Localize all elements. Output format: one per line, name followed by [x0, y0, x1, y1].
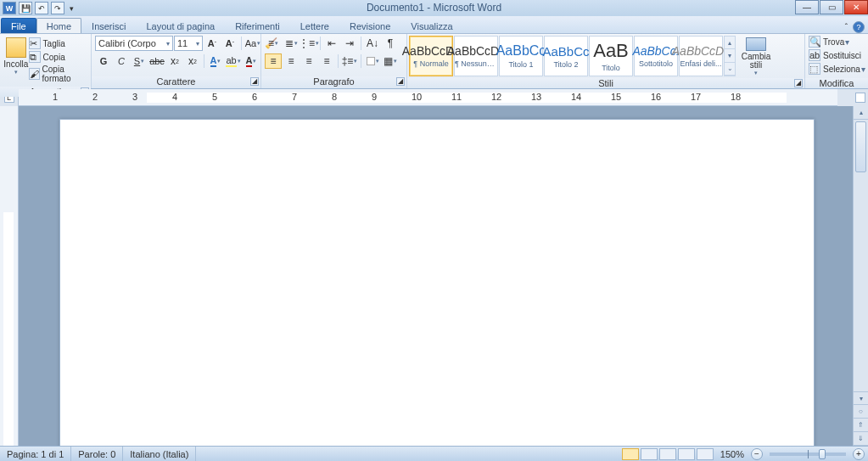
zoom-slider-handle[interactable]: [819, 449, 826, 459]
style-titolo1[interactable]: AaBbCcTitolo 1: [499, 36, 543, 76]
highlight-button[interactable]: ab▾: [225, 53, 242, 69]
window-controls: — ▭ ✕: [794, 0, 868, 16]
status-page[interactable]: Pagina: 1 di 1: [0, 447, 71, 461]
quick-access-toolbar: W 💾 ↶ ↷ ▾: [0, 0, 78, 16]
underline-button[interactable]: S▾: [131, 53, 148, 69]
browse-object-icon[interactable]: ○: [854, 405, 868, 419]
style-titolo[interactable]: AaBTitolo: [589, 36, 633, 76]
borders-button[interactable]: ▦▾: [382, 53, 399, 69]
style-titolo2[interactable]: AaBbCcTitolo 2: [544, 36, 588, 76]
subscript-button[interactable]: x2: [166, 53, 183, 69]
undo-icon[interactable]: ↶: [35, 2, 48, 14]
scroll-thumb[interactable]: [855, 121, 866, 172]
horizontal-ruler[interactable]: 123456789101112131415161718: [19, 89, 837, 106]
group-label-paragraph: Paragrafo◢: [261, 76, 406, 88]
strikethrough-button[interactable]: abc: [148, 53, 165, 69]
view-draft-button[interactable]: [697, 448, 714, 460]
change-styles-button[interactable]: Cambia stili ▾: [739, 36, 773, 76]
paragraph-dialog-launcher[interactable]: ◢: [396, 77, 405, 86]
bold-button[interactable]: G: [95, 53, 112, 69]
tab-file[interactable]: File: [1, 18, 36, 33]
redo-icon[interactable]: ↷: [51, 2, 64, 14]
zoom-out-button[interactable]: −: [751, 448, 763, 460]
group-styles: AaBbCcDc¶ Normale AaBbCcDc¶ Nessuna... A…: [407, 34, 805, 88]
styles-gallery-scroll[interactable]: ▴▾⌄: [724, 36, 736, 76]
zoom-level[interactable]: 150%: [720, 449, 744, 459]
scroll-up-icon[interactable]: ▴: [854, 106, 868, 120]
minimize-ribbon-icon[interactable]: ˆ: [845, 23, 848, 32]
zoom-in-button[interactable]: +: [853, 448, 865, 460]
tab-inserisci[interactable]: Inserisci: [81, 18, 136, 33]
increase-indent-button[interactable]: ⇥: [341, 36, 358, 51]
minimize-button[interactable]: —: [795, 0, 819, 14]
italic-button[interactable]: C: [113, 53, 130, 69]
word-app-icon[interactable]: W: [3, 2, 16, 14]
style-enfasi[interactable]: AaBbCcDcEnfasi deli...: [679, 36, 723, 76]
shrink-font-button[interactable]: Aˇ: [221, 36, 238, 51]
status-words[interactable]: Parole: 0: [71, 447, 123, 461]
paste-icon: [6, 37, 26, 58]
tab-lettere[interactable]: Lettere: [290, 18, 339, 33]
next-page-icon[interactable]: ⇓: [854, 432, 868, 446]
change-case-button[interactable]: Aa▾: [244, 36, 261, 51]
prev-page-icon[interactable]: ⇑: [854, 419, 868, 432]
paste-button[interactable]: Incolla ▾: [3, 36, 29, 76]
select-label: Seleziona: [823, 65, 860, 74]
help-icon[interactable]: ?: [853, 21, 865, 33]
view-full-screen-button[interactable]: [641, 448, 658, 460]
grow-font-button[interactable]: Aˆ: [204, 36, 221, 51]
font-family-combo[interactable]: Calibri (Corpo▾: [95, 36, 173, 51]
font-size-value: 11: [177, 38, 188, 48]
select-button[interactable]: ⬚Seleziona▾: [809, 63, 865, 75]
align-center-button[interactable]: ≡: [283, 53, 300, 69]
save-icon[interactable]: 💾: [19, 2, 32, 14]
document-viewport[interactable]: ▴ ▾ ○ ⇑ ⇓: [19, 106, 868, 446]
qat-customize-icon[interactable]: ▾: [67, 2, 76, 14]
scroll-down-icon[interactable]: ▾: [854, 391, 868, 405]
copy-button[interactable]: ⧉Copia: [29, 51, 87, 63]
line-spacing-button[interactable]: ‡≡▾: [341, 53, 358, 69]
superscript-button[interactable]: x2: [184, 53, 201, 69]
find-button[interactable]: 🔍Trova▾: [809, 36, 849, 48]
bullets-button[interactable]: ≡▾: [265, 36, 282, 51]
tab-layout[interactable]: Layout di pagina: [136, 18, 225, 33]
close-button[interactable]: ✕: [844, 0, 868, 14]
tab-home[interactable]: Home: [36, 18, 81, 33]
vertical-ruler[interactable]: [0, 106, 19, 446]
maximize-button[interactable]: ▭: [820, 0, 843, 14]
replace-label: Sostituisci: [823, 51, 861, 60]
replace-button[interactable]: abSostituisci: [809, 49, 861, 61]
font-dialog-launcher[interactable]: ◢: [250, 77, 259, 86]
ruler-toggle-button[interactable]: [853, 89, 868, 106]
format-painter-button[interactable]: 🖌Copia formato: [29, 65, 87, 83]
title-bar: W 💾 ↶ ↷ ▾ Documento1 - Microsoft Word — …: [0, 0, 868, 16]
view-web-layout-button[interactable]: [659, 448, 676, 460]
sort-button[interactable]: A↓: [364, 36, 381, 51]
tab-revisione[interactable]: Revisione: [339, 18, 400, 33]
view-outline-button[interactable]: [678, 448, 695, 460]
text-effects-button[interactable]: A▾: [207, 53, 224, 69]
decrease-indent-button[interactable]: ⇤: [323, 36, 340, 51]
font-color-button[interactable]: A▾: [243, 53, 260, 69]
status-language[interactable]: Italiano (Italia): [123, 447, 196, 461]
view-print-layout-button[interactable]: [622, 448, 639, 460]
cut-button[interactable]: ✂Taglia: [29, 37, 87, 49]
tab-riferimenti[interactable]: Riferimenti: [225, 18, 290, 33]
font-size-combo[interactable]: 11▾: [174, 36, 203, 51]
page-1[interactable]: [59, 119, 815, 446]
shading-button[interactable]: ▾: [364, 53, 381, 69]
align-left-button[interactable]: ≡: [265, 53, 282, 69]
show-marks-button[interactable]: ¶: [382, 36, 399, 51]
tab-visualizza[interactable]: Visualizza: [400, 18, 462, 33]
group-label-editing: Modifica: [805, 78, 868, 88]
vertical-scrollbar[interactable]: ▴ ▾ ○ ⇑ ⇓: [853, 106, 868, 446]
style-nessuna[interactable]: AaBbCcDc¶ Nessuna...: [454, 36, 498, 76]
align-right-button[interactable]: ≡: [300, 53, 317, 69]
justify-button[interactable]: ≡: [318, 53, 335, 69]
select-icon: ⬚: [809, 63, 820, 75]
styles-dialog-launcher[interactable]: ◢: [794, 79, 803, 87]
zoom-slider[interactable]: [770, 453, 846, 456]
multilevel-list-button[interactable]: ⋮≡▾: [300, 36, 317, 51]
group-label-font: Carattere◢: [92, 76, 260, 88]
numbering-button[interactable]: ≣▾: [283, 36, 300, 51]
